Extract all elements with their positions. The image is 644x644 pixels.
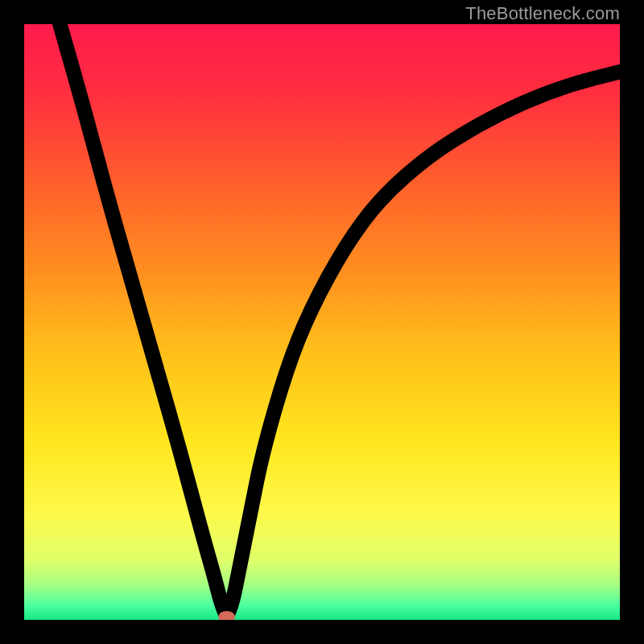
- bottleneck-curve: [60, 24, 620, 617]
- watermark-text: TheBottleneck.com: [465, 3, 620, 24]
- plot-area: [24, 24, 620, 620]
- chart-frame: TheBottleneck.com: [0, 0, 644, 644]
- curve-layer: [24, 24, 620, 620]
